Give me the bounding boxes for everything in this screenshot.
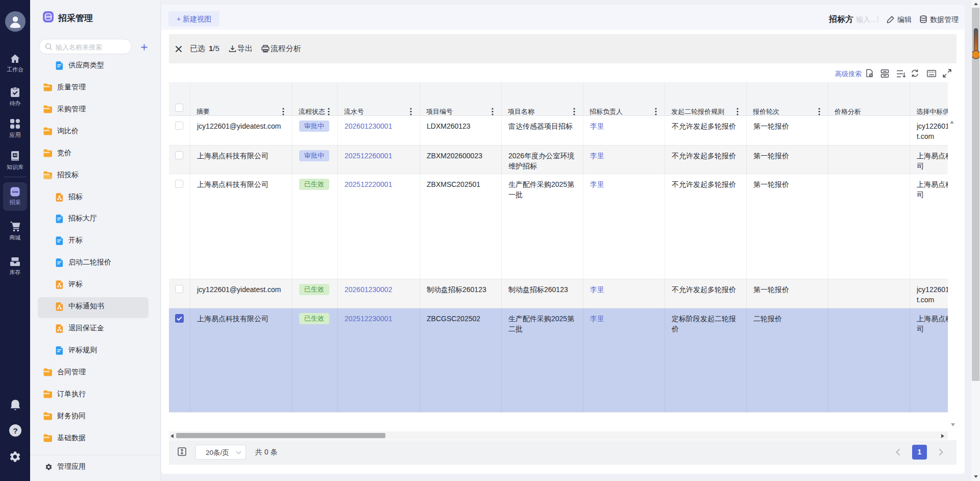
svg-text:SRM: SRM — [45, 16, 51, 18]
svg-text:?: ? — [13, 426, 17, 435]
svg-text:AI: AI — [13, 153, 17, 157]
svg-text:SRM: SRM — [12, 190, 18, 194]
